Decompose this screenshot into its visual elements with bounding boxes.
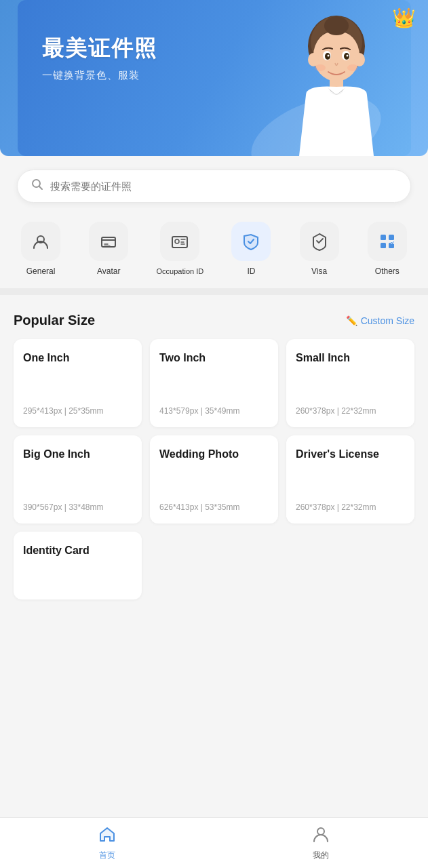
category-occupation[interactable]: Occupation ID (157, 222, 204, 276)
search-input[interactable] (50, 180, 397, 192)
profile-icon (312, 825, 330, 847)
svg-point-2 (313, 30, 359, 81)
size-card-one-inch[interactable]: One Inch 295*413px | 25*35mm (14, 339, 142, 427)
size-name-big-one-inch: Big One Inch (23, 448, 132, 462)
svg-point-10 (327, 55, 329, 57)
category-avatar[interactable]: Avatar (88, 222, 129, 276)
size-grid: One Inch 295*413px | 25*35mm Two Inch 41… (14, 339, 414, 599)
size-card-identity[interactable]: Identity Card (14, 532, 142, 599)
others-icon-wrap (368, 222, 407, 261)
categories-row: General Avatar Occupation ID (0, 210, 428, 283)
general-icon-wrap (21, 222, 60, 261)
popular-header: Popular Size ✏️ Custom Size (14, 313, 414, 328)
avatar-label: Avatar (97, 267, 120, 276)
svg-point-11 (346, 55, 348, 57)
size-dims-drivers: 260*378px | 22*32mm (296, 501, 405, 514)
nav-home-label: 首页 (99, 850, 115, 861)
search-bar[interactable] (17, 170, 411, 203)
category-visa[interactable]: Visa (299, 222, 340, 276)
general-icon (31, 232, 50, 251)
bottom-nav: 首页 我的 (0, 817, 428, 868)
svg-point-13 (347, 64, 358, 71)
visa-label: Visa (311, 267, 327, 276)
svg-rect-18 (172, 237, 187, 248)
nav-home[interactable]: 首页 (0, 825, 214, 861)
avatar-icon (99, 232, 118, 251)
id-icon (241, 232, 260, 251)
custom-size-label: Custom Size (361, 315, 414, 326)
svg-point-12 (315, 64, 326, 71)
size-dims-wedding: 626*413px | 53*35mm (159, 501, 269, 514)
pencil-icon: ✏️ (346, 315, 357, 326)
id-label: ID (247, 267, 255, 276)
size-card-wedding[interactable]: Wedding Photo 626*413px | 53*35mm (150, 435, 278, 524)
size-name-drivers: Driver's License (296, 448, 405, 462)
size-name-identity: Identity Card (23, 544, 132, 558)
occupation-icon (170, 232, 189, 251)
size-dims-one-inch: 295*413px | 25*35mm (23, 405, 132, 418)
crown-area: 👑 (392, 7, 416, 29)
popular-title: Popular Size (14, 313, 95, 328)
category-others[interactable]: Others (367, 222, 408, 276)
visa-icon (310, 232, 329, 251)
search-container (0, 156, 428, 210)
home-icon (98, 825, 116, 847)
custom-size-button[interactable]: ✏️ Custom Size (346, 315, 414, 326)
size-name-two-inch: Two Inch (159, 351, 269, 366)
banner-title: 最美证件照 (42, 34, 157, 64)
size-dims-big-one-inch: 390*567px | 33*48mm (23, 501, 132, 514)
svg-point-19 (175, 239, 179, 243)
size-card-big-one-inch[interactable]: Big One Inch 390*567px | 33*48mm (14, 435, 142, 524)
avatar-icon-wrap (89, 222, 128, 261)
svg-rect-17 (102, 237, 115, 247)
nav-profile[interactable]: 我的 (214, 825, 429, 861)
size-dims-two-inch: 413*579px | 35*49mm (159, 405, 269, 418)
banner: 最美证件照 一键换背景色、服装 (0, 0, 428, 156)
id-icon-wrap (231, 222, 271, 261)
size-name-wedding: Wedding Photo (159, 448, 269, 462)
others-icon (378, 232, 397, 251)
occupation-label: Occupation ID (157, 267, 204, 276)
svg-point-4 (308, 53, 319, 66)
size-card-drivers[interactable]: Driver's License 260*378px | 22*32mm (286, 435, 414, 524)
svg-rect-21 (389, 235, 394, 240)
banner-inner[interactable]: 最美证件照 一键换背景色、服装 (18, 0, 411, 156)
category-general[interactable]: General (20, 222, 61, 276)
others-label: Others (375, 267, 400, 276)
svg-point-25 (317, 828, 324, 835)
svg-point-14 (324, 16, 349, 35)
size-card-small-inch[interactable]: Small Inch 260*378px | 22*32mm (286, 339, 414, 427)
section-divider (0, 288, 428, 295)
crown-icon: 👑 (392, 7, 416, 28)
svg-rect-22 (381, 243, 386, 248)
size-card-two-inch[interactable]: Two Inch 413*579px | 35*49mm (150, 339, 278, 427)
visa-icon-wrap (300, 222, 339, 261)
banner-subtitle: 一键换背景色、服装 (42, 69, 157, 82)
category-id[interactable]: ID (231, 222, 271, 276)
size-dims-small-inch: 260*378px | 22*32mm (296, 405, 405, 418)
occupation-icon-wrap (160, 222, 199, 261)
size-name-small-inch: Small Inch (296, 351, 405, 366)
general-label: General (26, 267, 56, 276)
nav-profile-label: 我的 (313, 850, 329, 861)
search-icon (31, 178, 43, 194)
svg-rect-20 (381, 235, 386, 240)
svg-point-5 (354, 53, 365, 66)
banner-text: 最美证件照 一键换背景色、服装 (42, 34, 157, 82)
popular-section: Popular Size ✏️ Custom Size One Inch 295… (0, 300, 428, 606)
size-name-one-inch: One Inch (23, 351, 132, 366)
